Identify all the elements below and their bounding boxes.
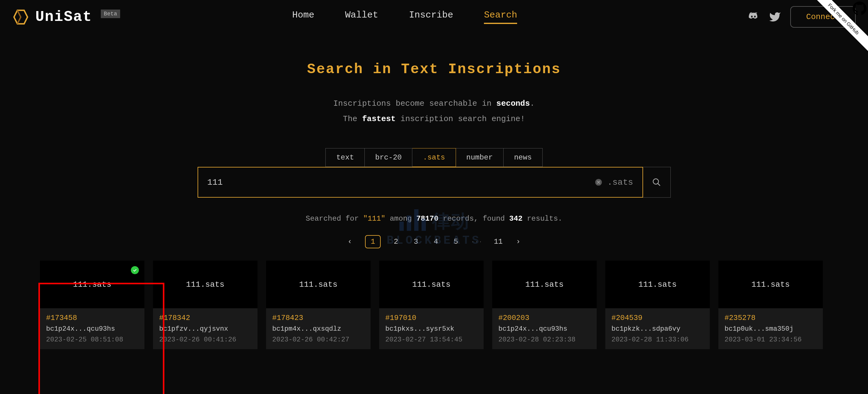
card-inscription-id: #178342: [159, 314, 251, 322]
pagination: ‹ 12345···11 ›: [0, 235, 868, 248]
svg-line-2: [658, 183, 660, 186]
page-next[interactable]: ›: [514, 238, 523, 246]
card-inscription-id: #235278: [724, 314, 817, 322]
page-2[interactable]: 2: [392, 238, 401, 246]
card-name: 111.sats: [73, 280, 112, 289]
card-body: #235278 bc1p0uk...sma350j 2023-03-01 23:…: [718, 308, 823, 349]
result-card[interactable]: 111.sats #173458 bc1p24x...qcu93hs 2023-…: [40, 261, 145, 349]
card-date: 2023-02-28 02:23:38: [498, 336, 591, 343]
twitter-icon[interactable]: [769, 11, 781, 23]
discord-icon[interactable]: [747, 11, 760, 23]
result-card[interactable]: 111.sats #204539 bc1pkzk...sdpa6vy 2023-…: [605, 261, 710, 349]
result-card[interactable]: 111.sats #200203 bc1p24x...qcu93hs 2023-…: [492, 261, 597, 349]
card-preview: 111.sats: [266, 261, 371, 308]
logo-icon: [12, 9, 29, 26]
card-date: 2023-02-27 13:54:45: [385, 336, 477, 343]
card-address: bc1pkzk...sdpa6vy: [612, 325, 704, 333]
logo-section[interactable]: UniSat Beta: [12, 9, 120, 26]
card-address: bc1p24x...qcu93hs: [46, 325, 138, 333]
card-body: #200203 bc1p24x...qcu93hs 2023-02-28 02:…: [492, 308, 597, 349]
tab-text[interactable]: text: [326, 148, 365, 167]
tab-news[interactable]: news: [504, 148, 542, 167]
search-input[interactable]: [208, 178, 595, 187]
card-inscription-id: #197010: [385, 314, 477, 322]
verified-icon: [131, 266, 139, 274]
result-card[interactable]: 111.sats #197010 bc1pkxs...sysr5xk 2023-…: [379, 261, 484, 349]
card-inscription-id: #173458: [46, 314, 138, 322]
card-body: #204539 bc1pkzk...sdpa6vy 2023-02-28 11:…: [605, 308, 710, 349]
svg-point-1: [653, 179, 659, 184]
card-inscription-id: #204539: [612, 314, 704, 322]
page-1[interactable]: 1: [365, 235, 380, 248]
search-icon: [652, 178, 661, 187]
tab-brc20[interactable]: brc-20: [365, 148, 412, 167]
page-ellipsis: ···: [471, 239, 483, 245]
subtitle-2: The fastest inscription search engine!: [0, 114, 868, 124]
card-body: #178342 bc1pfzv...qyjsvnx 2023-02-26 00:…: [153, 308, 257, 349]
page-prev[interactable]: ‹: [345, 238, 354, 246]
card-preview: 111.sats: [718, 261, 823, 308]
card-date: 2023-02-26 00:41:26: [159, 336, 251, 343]
page-5[interactable]: 5: [452, 238, 461, 246]
page-4[interactable]: 4: [431, 238, 441, 246]
card-name: 111.sats: [751, 280, 790, 289]
page-11[interactable]: 11: [494, 238, 503, 246]
nav-wallet[interactable]: Wallet: [345, 10, 378, 24]
search-tabs: textbrc-20.satsnumbernews: [0, 148, 868, 167]
card-date: 2023-03-01 23:34:56: [724, 336, 817, 343]
card-address: bc1p24x...qcu93hs: [498, 325, 591, 333]
card-body: #197010 bc1pkxs...sysr5xk 2023-02-27 13:…: [379, 308, 484, 349]
github-icon: [852, 2, 866, 16]
page-title: Search in Text Inscriptions: [0, 61, 868, 78]
search-suffix: .sats: [607, 178, 633, 187]
card-name: 111.sats: [639, 280, 677, 289]
search-row: .sats: [0, 167, 868, 198]
card-name: 111.sats: [186, 280, 225, 289]
github-ribbon[interactable]: Fork me on GitHub: [807, 0, 868, 61]
card-name: 111.sats: [299, 280, 338, 289]
card-name: 111.sats: [525, 280, 564, 289]
logo-text: UniSat: [35, 9, 92, 25]
tab-sats[interactable]: .sats: [412, 148, 456, 167]
clear-icon[interactable]: [594, 178, 602, 186]
card-address: bc1p0uk...sma350j: [724, 325, 817, 333]
tab-number[interactable]: number: [456, 148, 504, 167]
beta-badge: Beta: [101, 9, 120, 18]
card-name: 111.sats: [412, 280, 451, 289]
results-grid: 111.sats #173458 bc1p24x...qcu93hs 2023-…: [0, 248, 868, 349]
main: Search in Text Inscriptions Inscriptions…: [0, 34, 868, 349]
card-date: 2023-02-26 00:42:27: [272, 336, 364, 343]
search-button[interactable]: [643, 167, 671, 198]
card-body: #173458 bc1p24x...qcu93hs 2023-02-25 08:…: [40, 308, 145, 349]
nav-inscribe[interactable]: Inscribe: [409, 10, 453, 24]
result-card[interactable]: 111.sats #178342 bc1pfzv...qyjsvnx 2023-…: [153, 261, 257, 349]
card-address: bc1pfzv...qyjsvnx: [159, 325, 251, 333]
card-preview: 111.sats: [605, 261, 710, 308]
card-preview: 111.sats: [379, 261, 484, 308]
search-box: .sats: [197, 167, 643, 198]
result-card[interactable]: 111.sats #178423 bc1pm4x...qxsqdlz 2023-…: [266, 261, 371, 349]
card-preview: 111.sats: [40, 261, 145, 308]
card-inscription-id: #200203: [498, 314, 591, 322]
results-summary: Searched for "111" among 78170 records, …: [0, 214, 868, 223]
card-address: bc1pkxs...sysr5xk: [385, 325, 477, 333]
card-preview: 111.sats: [153, 261, 257, 308]
nav: HomeWalletInscribeSearch: [292, 10, 517, 24]
nav-search[interactable]: Search: [484, 10, 517, 24]
card-date: 2023-02-25 08:51:08: [46, 336, 138, 343]
card-date: 2023-02-28 11:33:06: [612, 336, 704, 343]
card-address: bc1pm4x...qxsqdlz: [272, 325, 364, 333]
result-card[interactable]: 111.sats #235278 bc1p0uk...sma350j 2023-…: [718, 261, 823, 349]
nav-home[interactable]: Home: [292, 10, 314, 24]
card-inscription-id: #178423: [272, 314, 364, 322]
subtitle-1: Inscriptions become searchable in second…: [0, 99, 868, 108]
header: UniSat Beta HomeWalletInscribeSearch Con…: [0, 0, 868, 34]
page-3[interactable]: 3: [411, 238, 421, 246]
card-preview: 111.sats: [492, 261, 597, 308]
card-body: #178423 bc1pm4x...qxsqdlz 2023-02-26 00:…: [266, 308, 371, 349]
